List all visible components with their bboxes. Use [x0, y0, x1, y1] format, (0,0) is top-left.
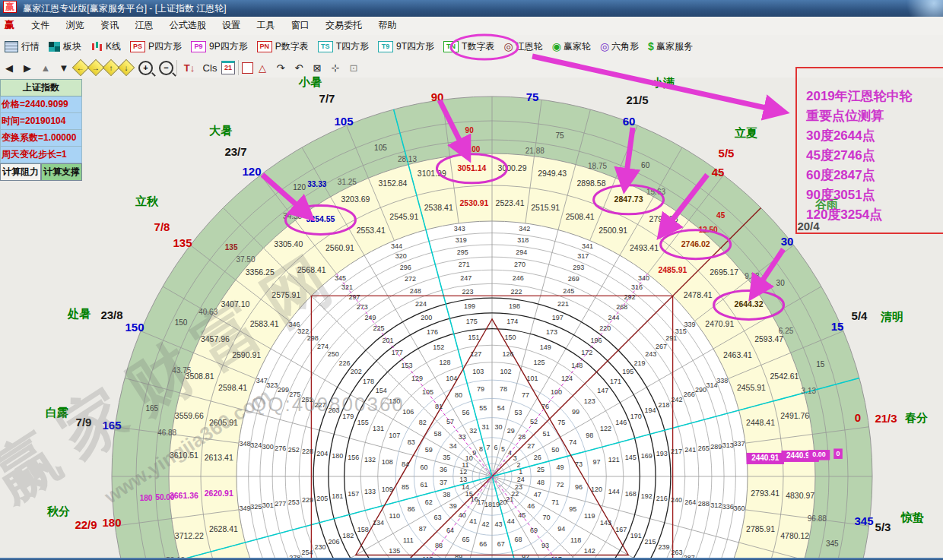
toolbar-hexagon-button[interactable]: ◎ 六角形 — [595, 37, 643, 55]
time-value: 时间=20190104 — [0, 113, 82, 130]
svg-text:195: 195 — [622, 368, 633, 375]
p9-badge-icon: P9 — [191, 41, 206, 52]
wheel-label-345: 345 — [854, 514, 873, 527]
time-axis-icon[interactable]: T↓ — [180, 59, 198, 76]
svg-text:348: 348 — [239, 440, 250, 448]
svg-text:98: 98 — [586, 432, 593, 439]
svg-text:30: 30 — [494, 423, 502, 431]
svg-text:2620.91: 2620.91 — [205, 489, 233, 498]
wheel-label-5/3: 5/3 — [875, 520, 891, 533]
svg-text:87: 87 — [419, 525, 427, 533]
xbox-tool-icon[interactable]: ⊠ — [308, 59, 326, 76]
toolbar-winner-wheel-button[interactable]: ◉ 赢家轮 — [548, 37, 595, 55]
svg-text:272: 272 — [405, 275, 416, 283]
wheel-label-7/8: 7/8 — [154, 220, 170, 233]
svg-text:347: 347 — [256, 377, 268, 384]
screen-tool-icon[interactable]: ⊡ — [344, 59, 363, 76]
menu-file[interactable]: 文件 — [24, 17, 56, 34]
square-tool-icon[interactable] — [242, 62, 253, 74]
toolbar-gann-wheel-button[interactable]: ◎ 江恩轮 — [499, 37, 547, 55]
svg-text:64: 64 — [446, 527, 454, 534]
svg-text:301: 301 — [262, 501, 274, 509]
svg-text:154: 154 — [376, 387, 387, 394]
svg-text:298: 298 — [307, 334, 319, 342]
rotate-ccw-icon[interactable]: ↶ — [290, 59, 308, 76]
svg-text:56: 56 — [462, 409, 469, 416]
triangle-tool-icon[interactable]: △ — [253, 59, 271, 76]
down-triangle-icon[interactable]: ▼ — [55, 59, 73, 76]
toolbar-kline-button[interactable]: K线 — [86, 37, 125, 55]
center-point-icon[interactable]: ⊹ — [326, 59, 344, 76]
menu-news[interactable]: 资讯 — [94, 17, 125, 34]
svg-text:101: 101 — [527, 375, 538, 382]
index-info-panel: 上证指数 价格=2440.9099 时间=20190104 变换系数=1.000… — [0, 79, 82, 181]
svg-text:127: 127 — [470, 350, 481, 358]
svg-text:28: 28 — [518, 433, 525, 441]
svg-text:9.38: 9.38 — [745, 272, 760, 280]
svg-text:94: 94 — [557, 525, 565, 533]
menu-formula-stock-pick[interactable]: 公式选股 — [163, 17, 213, 34]
svg-text:340: 340 — [638, 274, 649, 282]
svg-text:245: 245 — [563, 287, 574, 295]
t9-badge-icon: T9 — [378, 41, 393, 52]
toolbar-winner-service-button[interactable]: $ 赢家服务 — [643, 37, 697, 55]
svg-text:102: 102 — [500, 368, 512, 375]
svg-text:244: 244 — [608, 314, 620, 321]
main-toolbar: 行情 板块 K线 PS P四方形 P9 9P四方形 PN P数字表 TS T四方… — [0, 35, 943, 59]
calendar-icon[interactable]: 21 — [221, 61, 235, 74]
svg-text:312: 312 — [710, 501, 722, 509]
menu-window[interactable]: 窗口 — [284, 17, 316, 34]
svg-text:2553.41: 2553.41 — [357, 226, 386, 235]
wheel-label-21/3: 21/3 — [875, 412, 897, 425]
toolbar-p-number-table-button[interactable]: PN P数字表 — [252, 37, 313, 55]
back-arrow-icon[interactable]: ◀ — [0, 59, 18, 76]
calc-resistance-button[interactable]: 计算阻力 — [0, 163, 41, 181]
rotate-cw-icon[interactable]: ↷ — [271, 59, 290, 76]
toolbar-t-square-button[interactable]: TS T四方形 — [313, 37, 373, 55]
svg-text:198: 198 — [509, 302, 520, 310]
svg-text:60: 60 — [641, 161, 650, 169]
svg-text:120: 120 — [293, 183, 306, 191]
toolbar-quotes-button[interactable]: 行情 — [0, 37, 44, 55]
toolbar-p-square-button[interactable]: PS P四方形 — [125, 37, 186, 55]
chart-area: 1234567891011121314151617181920212223242… — [0, 78, 943, 560]
menu-browse[interactable]: 浏览 — [59, 17, 91, 34]
svg-text:219: 219 — [633, 359, 645, 367]
svg-text:119: 119 — [584, 512, 595, 520]
svg-text:42: 42 — [482, 520, 490, 528]
svg-text:22: 22 — [511, 490, 519, 498]
diamond-down-icon[interactable]: ↓ — [118, 59, 135, 77]
cls-button[interactable]: Cls — [198, 59, 221, 76]
svg-text:220: 220 — [599, 324, 611, 332]
menu-tools[interactable]: 工具 — [249, 17, 281, 34]
svg-text:341: 341 — [582, 242, 593, 250]
svg-text:181: 181 — [332, 492, 343, 500]
svg-text:11: 11 — [462, 461, 468, 469]
svg-text:4: 4 — [508, 449, 512, 457]
zoom-in-icon[interactable]: + — [138, 61, 153, 75]
svg-text:18: 18 — [484, 501, 492, 508]
svg-text:54: 54 — [497, 404, 505, 412]
toolbar-9p-square-button[interactable]: P9 9P四方形 — [186, 37, 252, 55]
menu-gann[interactable]: 江恩 — [128, 17, 160, 34]
svg-text:179: 179 — [342, 413, 354, 420]
svg-text:2785.91: 2785.91 — [746, 524, 775, 533]
svg-text:2583.41: 2583.41 — [250, 319, 279, 328]
zoom-out-icon[interactable]: − — [159, 61, 173, 75]
svg-text:135: 135 — [225, 243, 238, 252]
toolbar-9t-square-button[interactable]: T9 9T四方形 — [373, 37, 439, 55]
sectors-blocks-icon — [49, 42, 60, 52]
svg-text:226: 226 — [338, 359, 350, 367]
svg-text:2568.41: 2568.41 — [297, 265, 326, 274]
toolbar-t-number-table-button[interactable]: TN T数字表 — [439, 37, 499, 55]
menu-settings[interactable]: 设置 — [215, 17, 247, 34]
forward-arrow-icon[interactable]: ▶ — [18, 59, 37, 76]
toolbar-sectors-button[interactable]: 板块 — [44, 37, 86, 55]
svg-text:360: 360 — [733, 505, 745, 512]
svg-text:74: 74 — [569, 438, 576, 446]
calc-support-button[interactable]: 计算支撑 — [41, 163, 82, 181]
menu-trade[interactable]: 交易委托 — [319, 17, 369, 34]
svg-text:153: 153 — [402, 362, 413, 369]
up-triangle-icon[interactable]: ▲ — [37, 59, 55, 76]
menu-help[interactable]: 帮助 — [371, 17, 403, 34]
